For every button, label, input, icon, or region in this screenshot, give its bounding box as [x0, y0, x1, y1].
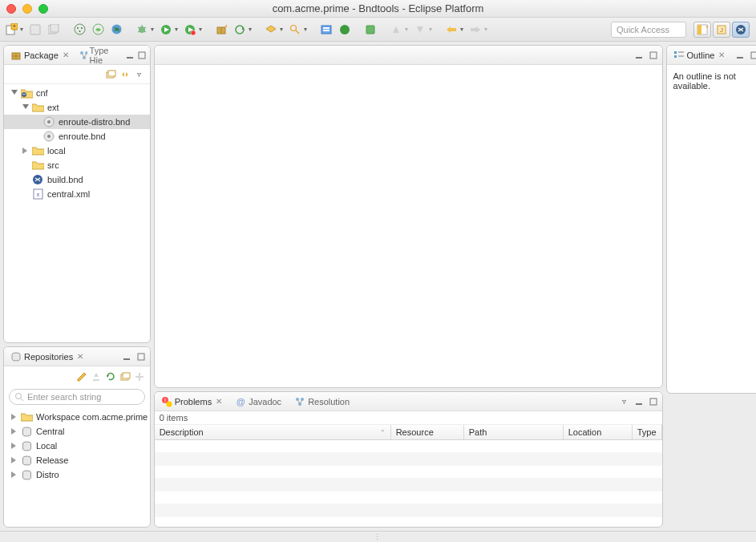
type-hierarchy-tab[interactable]: Type Hie — [75, 47, 119, 64]
expand-icon[interactable] — [10, 413, 18, 421]
forward-button[interactable] — [467, 22, 483, 38]
link-editor-icon[interactable] — [119, 69, 131, 80]
svg-marker-66 — [22, 148, 27, 154]
run-button[interactable] — [158, 22, 174, 38]
run-last-button[interactable] — [182, 22, 198, 38]
refresh-icon[interactable] — [105, 371, 116, 382]
toggle-breadcrumb-button[interactable] — [318, 22, 334, 38]
add-repo-icon[interactable] — [134, 371, 145, 382]
repo-item-local[interactable]: Local — [4, 439, 150, 453]
minimize-view-icon[interactable] — [633, 50, 645, 61]
svg-rect-34 — [366, 26, 374, 34]
terminate-button[interactable] — [362, 22, 378, 38]
repositories-tab[interactable]: Repositories ✕ — [7, 348, 87, 366]
maximize-view-icon[interactable] — [138, 50, 147, 61]
minimize-view-icon[interactable] — [734, 50, 746, 61]
expand-icon[interactable] — [10, 471, 18, 479]
collapse-all-icon[interactable] — [105, 69, 116, 80]
run-dropdown-icon[interactable]: ▾ — [173, 22, 180, 38]
tree-node-enroute[interactable]: enroute.bnd — [4, 129, 150, 144]
tree-node-ext[interactable]: ext — [4, 100, 150, 115]
back-dropdown-icon[interactable]: ▾ — [459, 22, 465, 38]
repo-item-release[interactable]: Release — [4, 453, 150, 467]
repo-item-workspace[interactable]: Workspace com.acme.prime — [4, 410, 150, 424]
next-annotation-button[interactable] — [412, 22, 428, 38]
download-icon[interactable] — [91, 371, 102, 382]
svg-text:+: + — [224, 24, 227, 30]
back-button[interactable] — [443, 22, 459, 38]
expand-icon[interactable] — [10, 427, 18, 435]
repo-search-input[interactable]: Enter search string — [9, 389, 145, 405]
package-tab[interactable]: Package ✕ — [7, 47, 72, 64]
collapse-all-icon[interactable] — [119, 371, 131, 382]
search-button[interactable] — [287, 22, 303, 38]
minimize-view-icon[interactable] — [633, 396, 645, 407]
resolve-button[interactable] — [337, 22, 353, 38]
quick-access-input[interactable]: Quick Access — [611, 22, 686, 38]
prev-annotation-dropdown-icon[interactable]: ▾ — [403, 22, 410, 38]
package-tree[interactable]: cnf ext enroute-distro.bnd enroute.bnd — [4, 84, 150, 342]
col-location[interactable]: Location — [564, 425, 633, 439]
debug-dropdown-icon[interactable]: ▾ — [149, 22, 156, 38]
tree-node-src[interactable]: src — [4, 158, 150, 172]
col-path[interactable]: Path — [464, 425, 564, 439]
prev-annotation-button[interactable] — [388, 22, 404, 38]
forward-dropdown-icon[interactable]: ▾ — [483, 22, 489, 38]
new-package-button[interactable]: + — [213, 22, 229, 38]
repositories-tree[interactable]: Workspace com.acme.prime Central Local — [4, 408, 150, 527]
save-all-button[interactable] — [46, 22, 62, 38]
open-type-button[interactable] — [263, 22, 279, 38]
expand-icon[interactable] — [22, 103, 30, 111]
tree-node-local[interactable]: local — [4, 144, 150, 158]
svg-line-17 — [144, 31, 146, 32]
minimize-view-icon[interactable] — [121, 351, 132, 362]
tree-node-central-xml[interactable]: x central.xml — [4, 187, 150, 201]
build-dropdown-icon[interactable]: ▾ — [247, 22, 253, 38]
col-type[interactable]: Type — [633, 425, 662, 439]
javadoc-tab[interactable]: @ Javadoc — [232, 393, 285, 411]
expand-icon[interactable] — [10, 89, 18, 97]
view-menu-icon[interactable]: ▿ — [619, 396, 630, 407]
java-perspective-button[interactable]: J — [713, 22, 730, 38]
debug-button[interactable] — [134, 22, 150, 38]
maximize-view-icon[interactable] — [648, 50, 659, 61]
maximize-view-icon[interactable] — [135, 351, 147, 362]
bnd-workspace-icon[interactable] — [71, 22, 87, 38]
col-resource[interactable]: Resource — [391, 425, 464, 439]
save-button[interactable] — [27, 22, 43, 38]
resolution-tab[interactable]: Resolution — [291, 393, 353, 411]
expand-icon[interactable] — [10, 442, 18, 450]
build-button[interactable] — [232, 22, 248, 38]
outline-tab[interactable]: Outline ✕ — [670, 47, 729, 64]
search-dropdown-icon[interactable]: ▾ — [302, 22, 309, 38]
open-perspective-button[interactable]: + — [693, 22, 711, 38]
new-button[interactable]: ✦ — [3, 22, 19, 38]
close-icon[interactable]: ✕ — [77, 352, 83, 361]
bnd-globe-icon[interactable] — [108, 22, 124, 38]
close-icon[interactable]: ✕ — [63, 51, 69, 59]
tree-node-cnf[interactable]: cnf — [4, 86, 150, 100]
next-annotation-dropdown-icon[interactable]: ▾ — [427, 22, 434, 38]
expand-icon[interactable] — [22, 147, 30, 155]
close-icon[interactable]: ✕ — [216, 397, 222, 406]
view-menu-icon[interactable]: ▿ — [134, 69, 145, 80]
problems-table-body[interactable] — [155, 440, 662, 527]
expand-icon[interactable] — [10, 456, 18, 464]
tree-node-build[interactable]: build.bnd — [4, 172, 150, 187]
maximize-view-icon[interactable] — [749, 50, 756, 61]
minimize-view-icon[interactable] — [126, 50, 135, 61]
table-row — [155, 504, 662, 517]
run-last-dropdown-icon[interactable]: ▾ — [197, 22, 204, 38]
repo-item-central[interactable]: Central — [4, 424, 150, 439]
col-description[interactable]: Description⌃ — [155, 425, 391, 439]
repo-item-distro[interactable]: Distro — [4, 467, 150, 482]
tree-node-enroute-distro[interactable]: enroute-distro.bnd — [4, 115, 150, 129]
problems-tab[interactable]: ! Problems ✕ — [158, 393, 225, 411]
edit-icon[interactable] — [76, 371, 87, 382]
maximize-view-icon[interactable] — [648, 396, 659, 407]
new-dropdown-icon[interactable]: ▾ — [18, 22, 25, 38]
close-icon[interactable]: ✕ — [718, 51, 725, 59]
bnd-project-icon[interactable] — [90, 22, 106, 38]
open-type-dropdown-icon[interactable]: ▾ — [278, 22, 285, 38]
bnd-perspective-button[interactable] — [732, 22, 750, 38]
